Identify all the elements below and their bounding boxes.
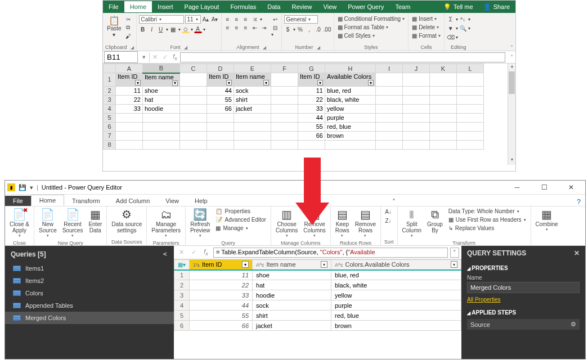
bold-button[interactable]: B [139, 25, 147, 33]
tab-insert[interactable]: Insert [152, 1, 179, 12]
tab-home[interactable]: Home [124, 1, 152, 12]
query-item[interactable]: Appended Tables [5, 299, 174, 312]
replace-values-button[interactable]: ↳Replace Values [447, 224, 527, 232]
cell[interactable]: 11 [190, 270, 253, 280]
combine-button[interactable]: ▦Combine▾ [535, 208, 559, 233]
share-button[interactable]: 👤Share [478, 3, 515, 11]
cell[interactable] [376, 140, 403, 149]
conditional-formatting-button[interactable]: ▦Conditional Formatting▾ [336, 15, 406, 23]
cut-button[interactable]: ✂ [124, 15, 132, 23]
decrease-indent-button[interactable]: ⇤ [251, 24, 259, 32]
cell[interactable] [143, 122, 180, 131]
cell[interactable]: 66 [298, 131, 325, 140]
filter-dropdown-icon[interactable]: ▾ [172, 80, 178, 86]
cell[interactable] [234, 140, 271, 149]
cell[interactable]: 33 [298, 104, 325, 113]
cell[interactable]: hoodie [143, 104, 180, 113]
sort-filter-button[interactable]: ᴬ↓ [459, 15, 467, 23]
pq-collapse-ribbon-button[interactable]: ˄ [388, 198, 400, 206]
new-source-button[interactable]: 📄New Source▾ [38, 208, 58, 239]
cell-styles-button[interactable]: ▦Cell Styles▾ [336, 32, 376, 39]
cell[interactable] [298, 140, 325, 149]
cell[interactable]: 33 [116, 104, 143, 113]
cell[interactable]: 22 [298, 95, 325, 104]
cell[interactable]: Available Colors▾ [325, 73, 376, 87]
maximize-button[interactable]: ☐ [536, 183, 553, 191]
insert-cells-button[interactable]: ▦Insert▾ [411, 15, 438, 23]
pq-tab-help[interactable]: Help [187, 196, 216, 206]
cell[interactable] [207, 122, 234, 131]
cell[interactable] [116, 122, 143, 131]
cell[interactable] [430, 140, 457, 149]
cell[interactable] [376, 104, 403, 113]
cell[interactable] [457, 113, 484, 122]
cell[interactable]: yellow [331, 290, 461, 300]
row-header[interactable]: 5 [104, 113, 116, 122]
filter-dropdown-icon[interactable]: ▾ [317, 80, 323, 86]
column-header[interactable]: B [143, 64, 180, 73]
column-header[interactable]: K [430, 64, 457, 73]
cell[interactable] [403, 104, 430, 113]
query-item[interactable]: Merged Colors [5, 312, 174, 324]
align-right-button[interactable]: ≡ [242, 24, 250, 32]
column-header[interactable]: H [325, 64, 376, 73]
pq-tab-home[interactable]: Home [31, 195, 64, 206]
fill-color-button[interactable]: ◇ [182, 25, 190, 33]
split-column-button[interactable]: ⫴Split Column▾ [401, 208, 423, 239]
cell[interactable] [180, 73, 207, 87]
format-as-table-button[interactable]: ▦Format as Table▾ [336, 24, 390, 31]
pq-column-header[interactable]: AᴮcItem name▾ [253, 260, 331, 270]
autosum-button[interactable]: Σ [447, 15, 455, 23]
cell[interactable]: 11 [116, 86, 143, 95]
query-item[interactable]: Colors [5, 287, 174, 299]
cell[interactable] [180, 113, 207, 122]
refresh-preview-button[interactable]: 🔄Refresh Preview▾ [189, 208, 212, 239]
column-header[interactable]: F [271, 64, 298, 73]
cell[interactable]: blue, red [331, 270, 461, 280]
applied-steps-header[interactable]: APPLIED STEPS [467, 307, 580, 318]
pq-column-header[interactable]: 1²₃Item ID▾ [190, 260, 253, 270]
qat-dropdown-icon[interactable]: ▾ [30, 184, 33, 191]
chevron-down-icon[interactable]: ▾ [166, 27, 168, 32]
cell[interactable] [207, 113, 234, 122]
advanced-editor-button[interactable]: 📝Advanced Editor [214, 216, 267, 223]
tab-data[interactable]: Data [262, 1, 286, 12]
cell[interactable]: 44 [190, 300, 253, 311]
dialog-launcher-icon[interactable]: ◢ [131, 45, 134, 50]
cell[interactable]: Item ID▾ [298, 73, 325, 87]
cell[interactable] [271, 131, 298, 140]
cell[interactable]: 66 [207, 104, 234, 113]
cell[interactable]: sock [234, 86, 271, 95]
cell[interactable]: purple [325, 113, 376, 122]
cell[interactable] [325, 140, 376, 149]
cancel-button[interactable]: ✕ [150, 53, 160, 61]
pq-tab-add-column[interactable]: Add Column [108, 196, 158, 206]
cell[interactable] [180, 86, 207, 95]
cell[interactable] [403, 140, 430, 149]
pq-enter-button[interactable]: ✓ [188, 249, 199, 256]
cell[interactable]: 44 [298, 113, 325, 122]
cell[interactable] [271, 140, 298, 149]
row-index[interactable]: 4 [174, 300, 190, 311]
align-center-button[interactable]: ≡ [233, 24, 241, 32]
cell[interactable] [180, 95, 207, 104]
cell[interactable]: purple [331, 300, 461, 311]
tab-power-query[interactable]: Power Query [342, 1, 389, 12]
properties-button[interactable]: 📋Properties [214, 208, 267, 215]
cell[interactable] [430, 104, 457, 113]
scrollbar-thumb[interactable] [509, 71, 515, 94]
cell[interactable] [376, 131, 403, 140]
filter-dropdown-icon[interactable]: ▾ [226, 80, 232, 86]
query-name-input[interactable] [467, 282, 580, 293]
filter-dropdown-icon[interactable]: ▾ [368, 80, 374, 86]
cell[interactable] [271, 104, 298, 113]
row-header[interactable]: 6 [104, 122, 116, 131]
cell[interactable]: sock [253, 300, 331, 311]
formula-bar[interactable] [180, 52, 505, 62]
delete-cells-button[interactable]: ▦Delete▾ [411, 24, 440, 31]
cell[interactable] [376, 73, 403, 87]
cell[interactable]: shoe [253, 270, 331, 280]
cell[interactable] [430, 113, 457, 122]
cell[interactable]: hoodie [253, 290, 331, 300]
properties-section-header[interactable]: PROPERTIES [467, 263, 580, 273]
